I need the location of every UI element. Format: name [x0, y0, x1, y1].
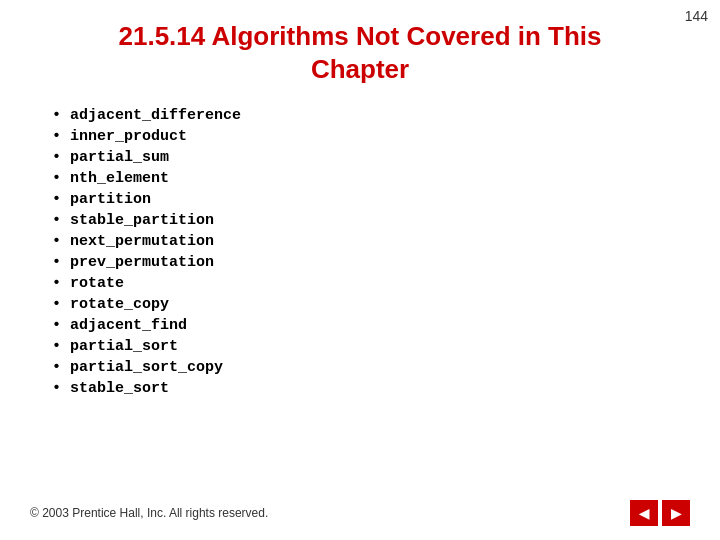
list-item: stable_partition	[70, 212, 680, 229]
list-item: nth_element	[70, 170, 680, 187]
prev-button[interactable]	[630, 500, 658, 526]
footer: © 2003 Prentice Hall, Inc. All rights re…	[0, 500, 720, 526]
list-item: partial_sort	[70, 338, 680, 355]
list-item: partial_sort_copy	[70, 359, 680, 376]
page-number: 144	[685, 8, 708, 24]
list-item: next_permutation	[70, 233, 680, 250]
list-item: adjacent_find	[70, 317, 680, 334]
copyright-text: © 2003 Prentice Hall, Inc. All rights re…	[30, 506, 268, 520]
list-item: partial_sum	[70, 149, 680, 166]
algorithm-list: adjacent_differenceinner_productpartial_…	[40, 107, 680, 397]
list-item: inner_product	[70, 128, 680, 145]
list-item: stable_sort	[70, 380, 680, 397]
list-item: rotate_copy	[70, 296, 680, 313]
main-content: 21.5.14 Algorithms Not Covered in This C…	[0, 0, 720, 421]
next-button[interactable]	[662, 500, 690, 526]
list-item: prev_permutation	[70, 254, 680, 271]
list-item: rotate	[70, 275, 680, 292]
list-item: adjacent_difference	[70, 107, 680, 124]
navigation-buttons	[630, 500, 690, 526]
slide-title: 21.5.14 Algorithms Not Covered in This C…	[40, 20, 680, 85]
list-item: partition	[70, 191, 680, 208]
